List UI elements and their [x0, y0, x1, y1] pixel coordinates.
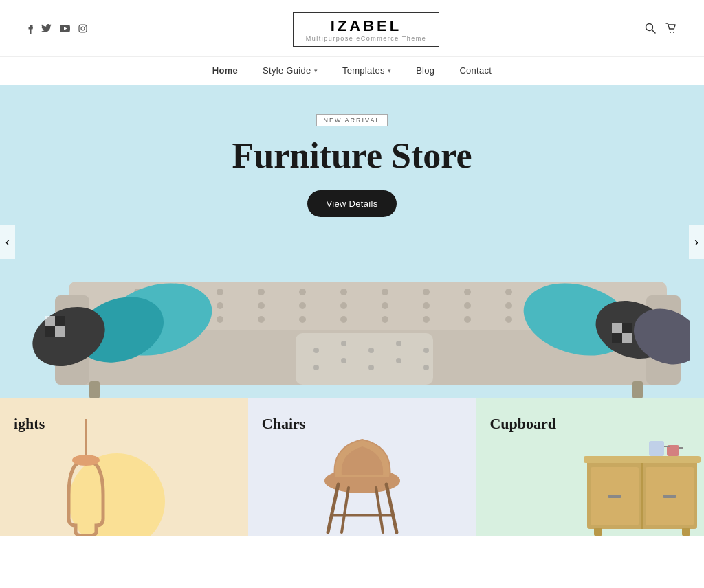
svg-point-29 [382, 302, 388, 309]
brand-name: IZABEL [306, 17, 426, 35]
svg-point-65 [396, 358, 402, 363]
svg-point-38 [505, 302, 512, 309]
twitter-icon[interactable] [41, 24, 52, 35]
svg-rect-91 [594, 528, 602, 536]
svg-point-27 [340, 316, 347, 323]
svg-point-35 [464, 302, 471, 309]
svg-point-2 [85, 25, 86, 27]
social-icons [28, 23, 87, 36]
svg-point-18 [217, 316, 223, 323]
category-chairs-label: Chairs [262, 415, 306, 432]
nav-contact[interactable]: Contact [459, 65, 492, 76]
view-details-button[interactable]: View Details [307, 190, 397, 217]
nav-style-guide[interactable]: Style Guide ▾ [263, 65, 318, 76]
svg-rect-68 [55, 316, 65, 326]
categories-section: ights Chairs [0, 398, 704, 536]
svg-point-36 [464, 316, 471, 323]
svg-point-32 [423, 302, 430, 309]
svg-point-63 [341, 358, 346, 363]
svg-point-59 [368, 348, 374, 353]
category-cupboard[interactable]: Cupboard [476, 398, 704, 536]
chevron-down-icon: ▾ [388, 67, 391, 74]
svg-point-16 [217, 289, 223, 295]
chevron-down-icon: ▾ [314, 67, 318, 74]
hero-sofa-image [14, 240, 690, 398]
svg-rect-72 [622, 323, 632, 333]
svg-point-30 [382, 316, 388, 323]
svg-rect-93 [649, 441, 664, 456]
svg-point-17 [217, 302, 223, 309]
prev-arrow[interactable]: ‹ [0, 225, 15, 259]
svg-point-62 [314, 365, 319, 370]
top-bar: IZABEL Multipurpose eCommerce Theme [0, 0, 704, 56]
brand-tagline: Multipurpose eCommerce Theme [306, 35, 426, 42]
svg-point-64 [368, 365, 374, 370]
svg-point-37 [505, 289, 512, 295]
svg-point-6 [673, 32, 674, 33]
svg-rect-89 [608, 495, 622, 498]
svg-point-58 [341, 341, 346, 346]
svg-line-79 [328, 484, 338, 532]
instagram-icon[interactable] [78, 24, 87, 36]
svg-rect-67 [45, 316, 55, 326]
svg-point-20 [258, 302, 265, 309]
svg-point-23 [299, 302, 306, 309]
svg-rect-90 [663, 495, 676, 498]
svg-point-25 [340, 289, 347, 295]
svg-rect-48 [89, 381, 100, 398]
svg-point-57 [314, 348, 319, 353]
logo[interactable]: IZABEL Multipurpose eCommerce Theme [293, 12, 439, 47]
svg-line-80 [386, 484, 397, 532]
svg-rect-49 [632, 381, 643, 398]
hero-title: Furniture Store [14, 136, 690, 175]
svg-rect-73 [612, 333, 622, 343]
nav-templates[interactable]: Templates ▾ [342, 65, 391, 76]
svg-point-31 [423, 289, 430, 295]
svg-point-24 [299, 316, 306, 323]
search-icon[interactable] [645, 23, 656, 36]
svg-rect-56 [296, 333, 433, 385]
svg-point-1 [81, 27, 85, 30]
cart-icon[interactable] [666, 23, 676, 36]
svg-point-66 [424, 365, 429, 370]
svg-point-33 [423, 316, 430, 323]
hero-section: ‹ › NEW ARRIVAL Furniture Store View Det… [0, 85, 704, 398]
svg-line-82 [376, 488, 383, 532]
svg-point-22 [299, 289, 306, 295]
svg-rect-74 [622, 333, 632, 343]
next-arrow[interactable]: › [689, 225, 704, 259]
svg-rect-70 [55, 326, 65, 337]
svg-point-19 [258, 289, 265, 295]
svg-line-4 [652, 30, 655, 34]
svg-point-28 [382, 289, 388, 295]
main-nav: Home Style Guide ▾ Templates ▾ Blog Cont… [0, 56, 704, 85]
svg-point-60 [396, 341, 402, 346]
svg-rect-69 [45, 326, 55, 337]
facebook-icon[interactable] [28, 23, 33, 36]
svg-point-21 [258, 316, 265, 323]
svg-point-34 [464, 289, 471, 295]
youtube-icon[interactable] [60, 24, 70, 35]
category-lights-label: ights [14, 415, 45, 432]
category-cupboard-label: Cupboard [490, 415, 556, 432]
svg-point-26 [340, 302, 347, 309]
svg-point-39 [505, 316, 512, 323]
category-chairs[interactable]: Chairs [248, 398, 476, 536]
svg-rect-71 [612, 323, 622, 333]
svg-point-5 [670, 32, 671, 33]
svg-point-61 [424, 348, 429, 353]
category-lights[interactable]: ights [0, 398, 248, 536]
new-arrival-badge: NEW ARRIVAL [14, 113, 690, 136]
svg-rect-85 [584, 456, 701, 463]
svg-rect-92 [682, 528, 690, 536]
svg-line-81 [342, 488, 349, 532]
svg-point-76 [72, 455, 100, 466]
top-action-icons [645, 23, 676, 36]
nav-blog[interactable]: Blog [416, 65, 434, 76]
nav-home[interactable]: Home [212, 65, 238, 76]
